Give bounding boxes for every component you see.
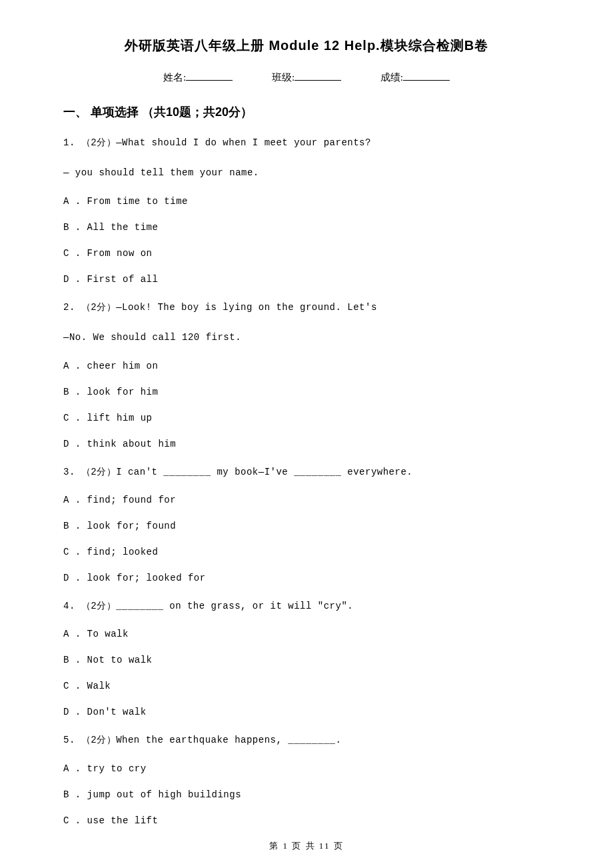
- option-c: C . lift him up: [63, 413, 550, 423]
- name-label: 姓名:: [163, 72, 186, 83]
- option-c: C . use the lift: [63, 815, 550, 826]
- option-d: D . think about him: [63, 439, 550, 449]
- question-stem: 3. （2分）I can't ________ my book—I've ___…: [63, 465, 550, 479]
- question-followup: — you should tell them your name.: [63, 165, 550, 180]
- student-info-line: 姓名: 班级: 成绩:: [63, 71, 550, 84]
- class-label: 班级:: [272, 72, 295, 83]
- option-b: B . look for him: [63, 387, 550, 397]
- score-blank: [403, 80, 450, 81]
- score-label: 成绩:: [380, 72, 403, 83]
- option-d: D . First of all: [63, 274, 550, 285]
- question-followup: —No. We should call 120 first.: [63, 330, 550, 345]
- option-b: B . look for; found: [63, 521, 550, 531]
- option-a: A . cheer him on: [63, 361, 550, 371]
- question-stem: 4. （2分）________ on the grass, or it will…: [63, 599, 550, 613]
- option-b: B . jump out of high buildings: [63, 789, 550, 800]
- option-c: C . From now on: [63, 248, 550, 259]
- name-blank: [186, 80, 233, 81]
- option-b: B . All the time: [63, 222, 550, 233]
- question-stem: 2. （2分）—Look! The boy is lying on the gr…: [63, 300, 550, 315]
- question-stem: 1. （2分）—What should I do when I meet you…: [63, 135, 550, 150]
- option-c: C . Walk: [63, 681, 550, 691]
- document-title: 外研版英语八年级上册 Module 12 Help.模块综合检测B卷: [63, 37, 550, 55]
- section-header: 一、 单项选择 （共10题；共20分）: [63, 104, 550, 120]
- question-stem: 5. （2分）When the earthquake happens, ____…: [63, 733, 550, 747]
- option-d: D . look for; looked for: [63, 573, 550, 583]
- class-blank: [295, 80, 341, 81]
- option-d: D . Don't walk: [63, 707, 550, 717]
- page-footer: 第 1 页 共 11 页: [0, 840, 613, 852]
- option-a: A . To walk: [63, 629, 550, 639]
- option-a: A . try to cry: [63, 763, 550, 774]
- option-b: B . Not to walk: [63, 655, 550, 665]
- option-c: C . find; looked: [63, 547, 550, 557]
- option-a: A . From time to time: [63, 196, 550, 207]
- option-a: A . find; found for: [63, 495, 550, 505]
